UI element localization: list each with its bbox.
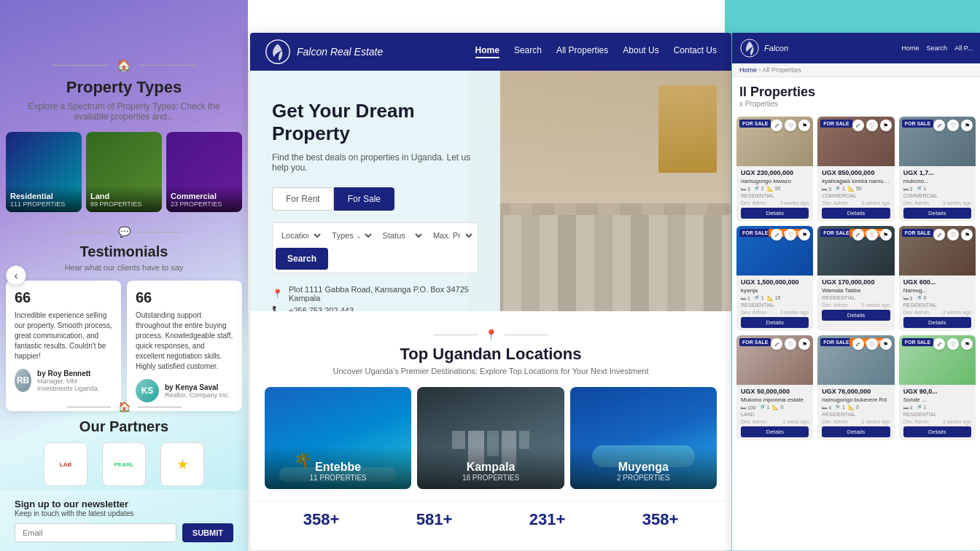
prop-heart-icon-8[interactable]: ♡: [947, 338, 959, 350]
prop-expand-icon-0[interactable]: ⤢: [771, 120, 782, 131]
prop-name-3: kyanja: [741, 287, 809, 294]
breadcrumb-home[interactable]: Home: [739, 66, 757, 74]
commercial-count: 23 PROPERTIES: [171, 200, 238, 208]
prop-details-btn-1[interactable]: Details: [822, 208, 890, 219]
right-nav-all-props[interactable]: All P...: [954, 44, 973, 52]
property-item-6[interactable]: FOR SALE ⤢ ♡ ⚑ UGX 50,000,000 Mukono mpo…: [736, 335, 813, 440]
prop-details-btn-2[interactable]: Details: [903, 208, 971, 219]
prop-meta-5: 🛏 3 🚿 0: [903, 295, 971, 301]
chat-icon: 💬: [118, 226, 131, 238]
prop-card-land[interactable]: Land 89 PROPERTIES: [86, 132, 162, 212]
hero-tabs: For Rent For Sale: [272, 187, 478, 211]
property-item-3[interactable]: FOR SALE HOT OFFER ⤢ ♡ ⚑ UGX 1,500,000,0…: [736, 226, 813, 331]
prop-img-1: FOR SALE ⤢ ♡ ⚑: [817, 117, 894, 166]
stat-2: 581+: [416, 510, 453, 529]
prop-expand-icon-1[interactable]: ⤢: [852, 120, 864, 131]
tab-for-sale[interactable]: For Sale: [334, 187, 394, 211]
tab-for-rent[interactable]: For Rent: [272, 187, 334, 211]
loc-card-entebbe[interactable]: 🌴 Entebbe 11 PROPERTIES: [265, 387, 411, 489]
prop-flag-icon-7[interactable]: ⚑: [880, 338, 892, 350]
stats-row: 358+ 581+ 231+ 358+: [250, 501, 731, 538]
prop-details-btn-4[interactable]: Details: [822, 310, 890, 321]
property-item-0[interactable]: FOR SALE ⤢ ♡ ⚑ UGX 230,000,000 namugongo…: [736, 117, 813, 222]
prop-badge-sale-8: FOR SALE: [902, 338, 933, 346]
prop-expand-icon-4[interactable]: ⤢: [852, 229, 864, 241]
partners-divider: 🏠: [0, 401, 248, 413]
testimonial-text-2: Outstanding support throughout the entir…: [136, 310, 233, 372]
prop-heart-icon-6[interactable]: ♡: [785, 338, 796, 350]
prop-heart-icon-0[interactable]: ♡: [785, 120, 796, 131]
prop-expand-icon-3[interactable]: ⤢: [771, 229, 782, 241]
status-select[interactable]: Status ⌄: [377, 226, 424, 245]
prop-details-btn-7[interactable]: Details: [822, 426, 890, 437]
stat-num-2: 581+: [416, 510, 453, 529]
prop-info-7: UGX 76,000,000 namugongo bukerere Rd 🛏 4…: [817, 385, 894, 440]
prop-expand-icon-7[interactable]: ⤢: [852, 338, 864, 350]
prop-img-3: FOR SALE HOT OFFER ⤢ ♡ ⚑: [736, 226, 813, 276]
newsletter-submit-btn[interactable]: SUBMIT: [182, 523, 233, 542]
prop-name-2: mukono...: [903, 178, 971, 184]
nav-home[interactable]: Home: [475, 45, 499, 58]
contact-phone-line: 📞 +256 753 202 443: [272, 305, 478, 311]
prop-heart-icon-3[interactable]: ♡: [785, 229, 796, 241]
prop-heart-icon-2[interactable]: ♡: [947, 120, 959, 131]
nav-contact[interactable]: Contact Us: [674, 45, 717, 58]
prop-flag-icon-3[interactable]: ⚑: [798, 229, 810, 241]
prop-flag-icon-8[interactable]: ⚑: [961, 338, 973, 350]
prop-action-icons-1: ⤢ ♡ ⚑: [852, 120, 892, 131]
prop-flag-icon-0[interactable]: ⚑: [798, 120, 810, 131]
prop-time-5: 3 weeks ago: [943, 310, 971, 315]
prop-expand-icon-5[interactable]: ⤢: [933, 229, 945, 241]
hero-search-btn[interactable]: Search: [276, 248, 328, 270]
prop-heart-icon-1[interactable]: ♡: [866, 120, 878, 131]
prop-details-btn-3[interactable]: Details: [741, 317, 809, 328]
prop-details-btn-5[interactable]: Details: [903, 317, 971, 328]
prop-flag-icon-1[interactable]: ⚑: [880, 120, 892, 131]
prop-heart-icon-4[interactable]: ♡: [866, 229, 878, 241]
types-select[interactable]: Types ⌄: [326, 226, 373, 245]
price-select[interactable]: Max. Pric...: [427, 226, 475, 245]
prop-expand-icon-6[interactable]: ⤢: [771, 338, 782, 350]
property-item-8[interactable]: FOR SALE ⤢ ♡ ⚑ UGX 90,0... Sonde ... 🛏 4…: [899, 335, 976, 440]
prop-flag-icon-2[interactable]: ⚑: [961, 120, 973, 131]
prop-img-0: FOR SALE ⤢ ♡ ⚑: [736, 117, 813, 166]
nav-all-properties[interactable]: All Properties: [556, 45, 608, 58]
kampala-count: 18 PROPERTIES: [424, 474, 556, 482]
right-nav-search[interactable]: Search: [927, 44, 948, 52]
prop-heart-icon-5[interactable]: ♡: [947, 229, 959, 241]
prop-flag-icon-6[interactable]: ⚑: [798, 338, 810, 350]
prop-card-commercial[interactable]: Commercial 23 PROPERTIES: [166, 132, 242, 212]
prop-expand-icon-2[interactable]: ⤢: [933, 120, 945, 131]
prop-flag-icon-4[interactable]: ⚑: [880, 229, 892, 241]
property-item-7[interactable]: FOR SALE HOT OFFER ⤢ ♡ ⚑ UGX 76,000,000 …: [817, 335, 894, 440]
prop-expand-icon-8[interactable]: ⤢: [933, 338, 945, 350]
right-nav-home[interactable]: Home: [902, 44, 919, 52]
prop-details-btn-0[interactable]: Details: [741, 208, 809, 219]
property-item-4[interactable]: FOR SALE HOT OFFER ⤢ ♡ ⚑ UGX 170,000,000…: [817, 226, 894, 331]
testimonials-sub: Hear what our clients have to say: [0, 263, 248, 272]
loc-card-muyenga[interactable]: Muyenga 2 PROPERTIES: [570, 387, 717, 489]
loc-card-kampala[interactable]: Kampala 18 PROPERTIES: [417, 387, 564, 489]
newsletter-form: SUBMIT: [15, 523, 233, 542]
nav-about[interactable]: About Us: [623, 45, 658, 58]
prop-type-1: COMMERCIAL: [822, 193, 890, 198]
contact-phone: +256 753 202 443: [289, 306, 354, 311]
prop-heart-icon-7[interactable]: ♡: [866, 338, 878, 350]
prop-time-1: 3 weeks ago: [861, 200, 890, 206]
prop-flag-icon-5[interactable]: ⚑: [961, 229, 973, 241]
location-select[interactable]: Location: [276, 226, 323, 245]
prop-author-5: Dev. Admin: [903, 310, 929, 315]
prop-details-btn-6[interactable]: Details: [741, 426, 809, 437]
nav-search[interactable]: Search: [514, 45, 542, 58]
property-item-1[interactable]: FOR SALE ⤢ ♡ ⚑ UGX 850,000,000 kyalivajj…: [817, 117, 894, 222]
left-arrow-nav[interactable]: ‹: [6, 265, 26, 286]
prop-card-residential[interactable]: Residential 111 PROPERTIES: [6, 132, 82, 212]
property-item-5[interactable]: FOR SALE ⤢ ♡ ⚑ UGX 600... Namug... 🛏 3 🚿…: [899, 226, 976, 331]
prop-details-btn-8[interactable]: Details: [903, 426, 971, 437]
testimonials-title: Testimonials: [0, 243, 248, 260]
newsletter-email-input[interactable]: [15, 523, 176, 542]
prop-badge-sale-6: FOR SALE: [739, 338, 771, 346]
prop-price-2: UGX 1,7...: [903, 169, 971, 176]
property-item-2[interactable]: FOR SALE ⤢ ♡ ⚑ UGX 1,7... mukono... 🛏 3 …: [899, 117, 976, 222]
partner-logo-3: ★: [160, 442, 204, 486]
